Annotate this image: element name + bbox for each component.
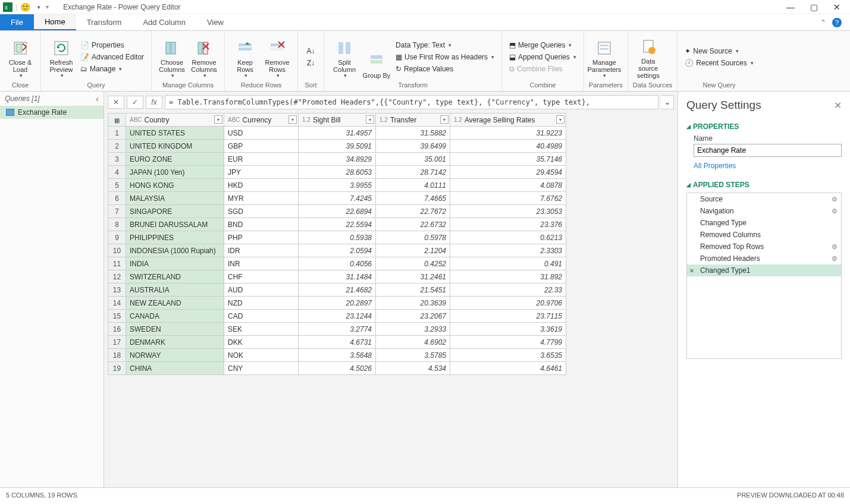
sort-desc-button[interactable]: Z↓ <box>306 58 316 68</box>
maximize-button[interactable]: ▢ <box>810 2 818 12</box>
expand-formula-button[interactable]: ⌄ <box>661 95 674 109</box>
cell[interactable]: 34.8929 <box>299 153 376 166</box>
row-number[interactable]: 17 <box>108 336 126 349</box>
cell[interactable]: 22.33 <box>450 284 566 297</box>
new-source-button[interactable]: ✦New Source <box>682 46 755 56</box>
cell[interactable]: BRUNEI DARUSSALAM <box>126 218 224 231</box>
fx-button[interactable]: fx <box>146 96 162 109</box>
cell[interactable]: 29.4594 <box>450 166 566 179</box>
cell[interactable]: JAPAN (100 Yen) <box>126 166 224 179</box>
append-queries-button[interactable]: ⬓Append Queries <box>507 52 579 62</box>
cell[interactable]: 40.4989 <box>450 140 566 153</box>
row-number[interactable]: 12 <box>108 270 126 284</box>
close-load-button[interactable]: Close & Load <box>5 33 36 80</box>
applied-step[interactable]: Removed Top Rows⚙ <box>687 241 841 253</box>
advanced-editor-button[interactable]: 📝Advanced Editor <box>78 52 146 62</box>
cell[interactable]: USD <box>224 127 299 140</box>
datatype-icon[interactable]: ABC <box>130 116 142 123</box>
cell[interactable]: 28.7142 <box>376 166 450 179</box>
cell[interactable]: 22.5594 <box>299 218 376 231</box>
cell[interactable]: EURO ZONE <box>126 153 224 166</box>
cell[interactable]: CHINA <box>126 362 224 375</box>
cell[interactable]: 31.4957 <box>299 127 376 140</box>
qat-dropdown[interactable] <box>33 2 43 12</box>
cell[interactable]: 31.9223 <box>450 127 566 140</box>
cell[interactable]: 7.4245 <box>299 192 376 205</box>
cell[interactable]: 7.4665 <box>376 192 450 205</box>
refresh-preview-button[interactable]: Refresh Preview <box>46 33 77 80</box>
filter-icon[interactable]: ▾ <box>440 115 448 124</box>
remove-columns-button[interactable]: Remove Columns <box>189 33 219 80</box>
row-number[interactable]: 14 <box>108 297 126 310</box>
cell[interactable]: 3.5785 <box>376 349 450 362</box>
replace-values-button[interactable]: ↻Replace Values <box>393 64 497 74</box>
filter-icon[interactable]: ▾ <box>214 115 222 124</box>
cell[interactable]: SWITZERLAND <box>126 270 224 284</box>
cell[interactable]: 22.7672 <box>376 205 450 218</box>
filter-icon[interactable]: ▾ <box>556 115 564 124</box>
table-row[interactable]: 2UNITED KINGDOMGBP39.509139.649940.4989 <box>108 140 566 153</box>
cell[interactable]: 22.6894 <box>299 205 376 218</box>
cell[interactable]: 2.0594 <box>299 244 376 257</box>
row-number[interactable]: 19 <box>108 362 126 375</box>
table-row[interactable]: 10INDONESIA (1000 Rupiah)IDR2.05942.1204… <box>108 244 566 257</box>
cell[interactable]: DENMARK <box>126 336 224 349</box>
table-row[interactable]: 17DENMARKDKK4.67314.69024.7799 <box>108 336 566 349</box>
row-number[interactable]: 18 <box>108 349 126 362</box>
merge-queries-button[interactable]: ⬒Merge Queries <box>507 40 579 51</box>
gear-icon[interactable]: ⚙ <box>832 196 838 203</box>
table-row[interactable]: 14NEW ZEALANDNZD20.289720.363920.9706 <box>108 297 566 310</box>
cell[interactable]: 21.4682 <box>299 284 376 297</box>
row-number[interactable]: 16 <box>108 323 126 336</box>
row-number[interactable]: 9 <box>108 231 126 244</box>
cell[interactable]: UNITED KINGDOM <box>126 140 224 153</box>
cell[interactable]: 7.6762 <box>450 192 566 205</box>
cell[interactable]: INDIA <box>126 257 224 270</box>
manage-button[interactable]: 🗂Manage <box>78 64 146 74</box>
table-row[interactable]: 19CHINACNY4.50264.5344.6461 <box>108 362 566 375</box>
cell[interactable]: 4.0111 <box>376 179 450 192</box>
table-row[interactable]: 8BRUNEI DARUSSALAMBND22.559422.673223.37… <box>108 218 566 231</box>
home-tab[interactable]: Home <box>34 14 76 30</box>
cell[interactable]: UNITED STATES <box>126 127 224 140</box>
collapse-ribbon-icon[interactable]: ⌃ <box>820 18 826 27</box>
row-number[interactable]: 15 <box>108 310 126 323</box>
manage-parameters-button[interactable]: Manage Parameters <box>589 33 620 80</box>
cell[interactable]: HONG KONG <box>126 179 224 192</box>
query-name-input[interactable] <box>694 144 842 157</box>
cell[interactable]: BND <box>224 218 299 231</box>
cell[interactable]: GBP <box>224 140 299 153</box>
cell[interactable]: 23.1244 <box>299 310 376 323</box>
cell[interactable]: 20.3639 <box>376 297 450 310</box>
cell[interactable]: 23.376 <box>450 218 566 231</box>
cell[interactable]: DKK <box>224 336 299 349</box>
cell[interactable]: 4.6902 <box>376 336 450 349</box>
all-properties-link[interactable]: All Properties <box>694 162 842 170</box>
table-row[interactable]: 1UNITED STATESUSD31.495731.588231.9223 <box>108 127 566 140</box>
cell[interactable]: 0.6213 <box>450 231 566 244</box>
formula-input[interactable]: = Table.TransformColumnTypes(#"Promoted … <box>165 95 658 109</box>
cell[interactable]: NZD <box>224 297 299 310</box>
cell[interactable]: 23.2067 <box>376 310 450 323</box>
cell[interactable]: 23.3053 <box>450 205 566 218</box>
cell[interactable]: 4.534 <box>376 362 450 375</box>
cell[interactable]: NORWAY <box>126 349 224 362</box>
close-settings-icon[interactable]: ✕ <box>834 100 842 111</box>
column-header[interactable]: ABCCurrency▾ <box>224 114 299 127</box>
cell[interactable]: 22.6732 <box>376 218 450 231</box>
cell[interactable]: 3.3619 <box>450 323 566 336</box>
table-row[interactable]: 13AUSTRALIAAUD21.468221.545122.33 <box>108 284 566 297</box>
row-number[interactable]: 2 <box>108 140 126 153</box>
file-tab[interactable]: File <box>0 14 34 30</box>
cell[interactable]: JPY <box>224 166 299 179</box>
split-column-button[interactable]: Split Column <box>329 33 360 80</box>
datatype-icon[interactable]: 1.2 <box>379 116 388 123</box>
applied-step[interactable]: Removed Columns <box>687 229 841 241</box>
cell[interactable]: 4.5026 <box>299 362 376 375</box>
table-row[interactable]: 11INDIAINR0.40560.42520.491 <box>108 257 566 270</box>
column-header[interactable]: 1.2Sight Bill▾ <box>299 114 376 127</box>
cancel-formula-button[interactable]: ✕ <box>108 96 124 109</box>
cell[interactable]: 35.001 <box>376 153 450 166</box>
cell[interactable]: 20.2897 <box>299 297 376 310</box>
row-number[interactable]: 6 <box>108 192 126 205</box>
